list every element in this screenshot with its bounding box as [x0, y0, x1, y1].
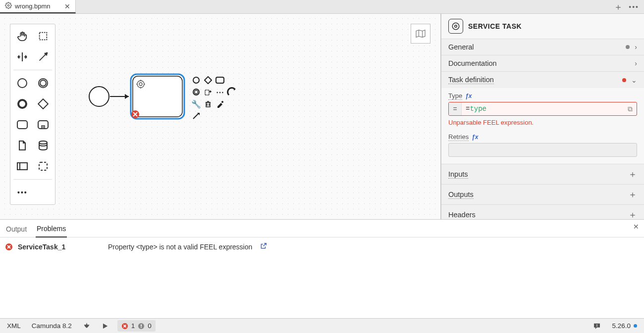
svg-point-42: [221, 101, 223, 103]
tab-menu-button[interactable]: •••: [629, 3, 639, 11]
add-icon[interactable]: ＋: [628, 168, 637, 180]
problems-list: ServiceTask_1 Property <type> is not a v…: [0, 238, 644, 318]
svg-marker-20: [125, 94, 129, 99]
svg-rect-32: [216, 77, 224, 83]
context-pad: ⋯ 🔧: [191, 75, 237, 121]
problem-row[interactable]: ServiceTask_1 Property <type> is not a v…: [5, 242, 639, 251]
properties-title: SERVICE TASK: [468, 22, 522, 30]
properties-panel: SERVICE TASK General › Documentation › T…: [441, 14, 644, 219]
error-icon: [121, 323, 128, 330]
tab-wrong-bpmn[interactable]: wrong.bpmn ✕: [0, 0, 76, 13]
external-link-icon[interactable]: [260, 242, 267, 251]
start-event[interactable]: [89, 87, 109, 106]
gear-icon: [5, 2, 12, 10]
error-dot-icon: [622, 78, 626, 82]
tab-close-button[interactable]: ✕: [64, 2, 70, 10]
tab-title: wrong.bpmn: [15, 2, 51, 10]
section-headers[interactable]: Headers ＋: [441, 205, 644, 219]
section-outputs[interactable]: Outputs ＋: [441, 185, 644, 204]
new-tab-button[interactable]: ＋: [614, 1, 623, 13]
append-intermediate-event[interactable]: [191, 87, 202, 97]
svg-point-45: [455, 25, 457, 28]
fx-icon: ƒx: [472, 134, 478, 141]
svg-line-50: [264, 243, 267, 246]
type-error: Unparsable FEEL expression.: [448, 119, 637, 126]
chevron-down-icon: ⌄: [631, 76, 637, 84]
append-text-annotation[interactable]: ⋯: [215, 87, 225, 97]
svg-point-34: [195, 91, 198, 94]
section-general[interactable]: General ›: [441, 39, 644, 55]
update-available-icon: [634, 324, 637, 328]
svg-rect-59: [597, 326, 597, 327]
warning-icon: [138, 323, 145, 330]
type-feel-input[interactable]: = ==typetype ⧉: [448, 102, 637, 116]
tab-bar: wrong.bpmn ✕ ＋ •••: [0, 0, 644, 14]
bottom-panel: Output Problems ✕ ServiceTask_1 Property…: [0, 219, 644, 318]
expand-icon[interactable]: ⧉: [624, 102, 637, 115]
feedback-button[interactable]: [591, 322, 603, 330]
add-icon[interactable]: ＋: [628, 189, 637, 200]
svg-rect-35: [205, 90, 209, 95]
chevron-right-icon: ›: [635, 59, 637, 67]
problems-summary[interactable]: 1 0: [117, 320, 156, 332]
svg-line-43: [193, 114, 198, 119]
svg-rect-37: [206, 102, 210, 107]
retries-label: Retries ƒx: [448, 133, 637, 141]
svg-point-46: [452, 23, 459, 30]
fx-icon: ƒx: [465, 93, 472, 99]
svg-point-0: [7, 4, 9, 6]
equals-icon: =: [449, 102, 462, 115]
append-end-event[interactable]: [226, 87, 237, 97]
type-label: Type ƒx: [448, 92, 637, 100]
add-icon[interactable]: ＋: [628, 209, 637, 219]
svg-rect-57: [141, 327, 142, 328]
service-task-icon: [448, 19, 463, 34]
problem-element-id: ServiceTask_1: [18, 243, 87, 251]
status-bar: XML Camunda 8.2 1 0 5.26.0: [0, 318, 644, 333]
retries-input[interactable]: [448, 143, 637, 157]
properties-header: SERVICE TASK: [441, 14, 644, 39]
connect[interactable]: [191, 110, 202, 121]
svg-rect-56: [141, 324, 142, 326]
svg-rect-58: [597, 324, 597, 326]
append-start-event[interactable]: [191, 75, 202, 86]
chevron-right-icon: ›: [635, 43, 637, 51]
tab-output[interactable]: Output: [5, 223, 28, 237]
append-call-activity[interactable]: [203, 87, 214, 97]
append-task[interactable]: [215, 75, 225, 86]
section-task-definition[interactable]: Task definition ⌄: [441, 72, 644, 88]
close-panel-button[interactable]: ✕: [633, 223, 639, 231]
color-element[interactable]: [215, 98, 225, 109]
tab-problems[interactable]: Problems: [36, 223, 67, 238]
error-icon: [5, 243, 13, 251]
deploy-button[interactable]: [81, 322, 93, 330]
problem-message: Property <type> is not a valid FEEL expr…: [108, 243, 252, 251]
section-documentation[interactable]: Documentation ›: [441, 55, 644, 71]
svg-point-30: [193, 77, 199, 83]
change-type[interactable]: 🔧: [191, 98, 202, 109]
append-gateway[interactable]: [203, 75, 214, 86]
indicator-dot-icon: [626, 45, 630, 49]
delete-element[interactable]: [203, 98, 214, 109]
canvas[interactable]: •••: [0, 14, 441, 219]
section-inputs[interactable]: Inputs ＋: [441, 164, 644, 184]
platform-selector[interactable]: Camunda 8.2: [30, 322, 74, 330]
svg-marker-51: [103, 323, 107, 329]
version-label[interactable]: 5.26.0: [610, 322, 639, 330]
xml-toggle[interactable]: XML: [5, 322, 23, 330]
svg-rect-31: [205, 77, 212, 84]
start-instance-button[interactable]: [100, 323, 110, 330]
